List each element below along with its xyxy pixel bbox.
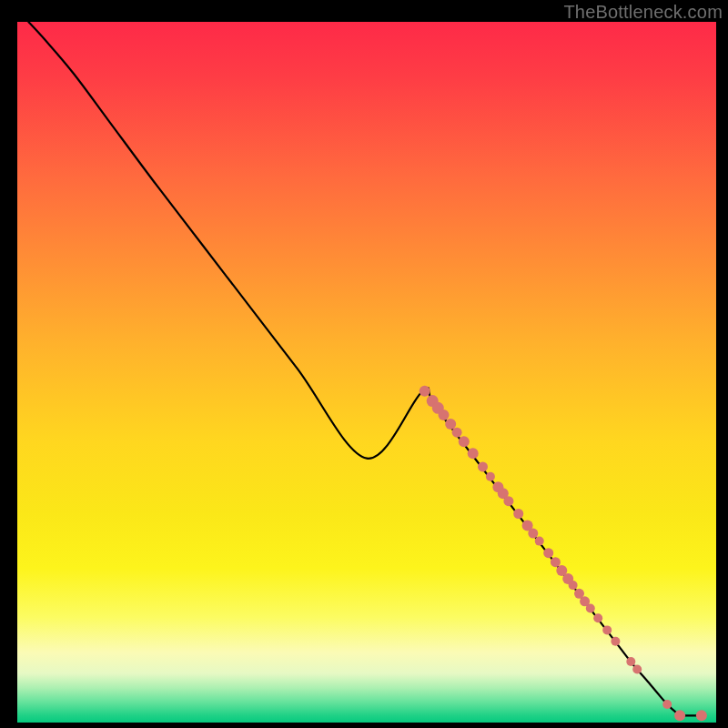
data-point	[593, 613, 602, 622]
attribution-label: TheBottleneck.com	[563, 2, 723, 23]
data-point	[439, 410, 450, 420]
data-point	[468, 448, 479, 459]
data-point	[611, 637, 620, 646]
data-point	[586, 604, 595, 613]
data-point	[528, 529, 538, 539]
data-points-group	[420, 386, 707, 722]
data-point	[486, 472, 495, 481]
data-point	[459, 436, 470, 447]
data-point	[420, 386, 430, 397]
data-point	[503, 496, 513, 506]
data-point	[513, 509, 523, 519]
data-point	[569, 581, 578, 590]
chart-stage: TheBottleneck.com	[0, 0, 728, 728]
data-point	[632, 665, 642, 674]
data-point	[478, 461, 488, 471]
chart-plot-area	[17, 22, 716, 723]
data-point	[674, 710, 685, 721]
chart-svg	[17, 22, 716, 723]
curve-line	[28, 22, 680, 715]
data-point	[696, 710, 707, 721]
data-point	[543, 548, 553, 558]
data-point	[602, 625, 612, 634]
data-point	[626, 657, 635, 666]
data-point	[551, 557, 561, 567]
data-point	[662, 700, 672, 709]
data-point	[535, 537, 544, 546]
data-point	[452, 428, 462, 438]
data-point	[445, 419, 456, 430]
